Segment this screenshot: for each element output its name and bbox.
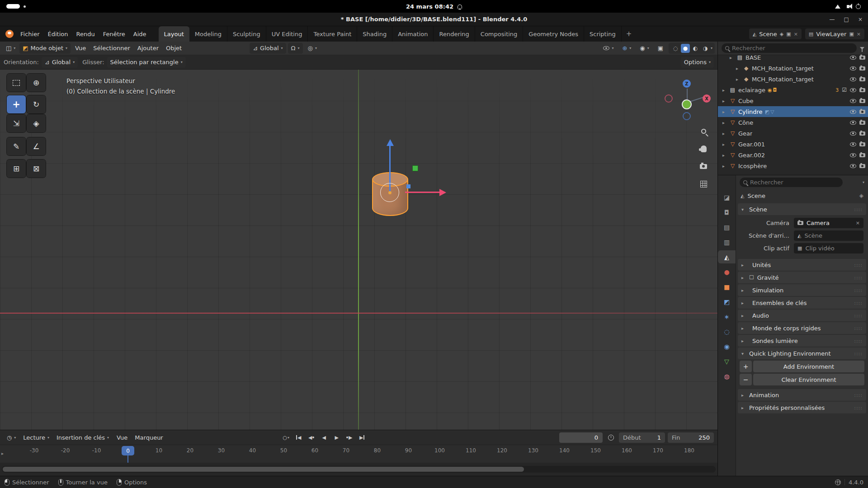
- properties-tab[interactable]: ●: [718, 265, 736, 278]
- properties-tab[interactable]: ◭: [718, 250, 736, 263]
- play-reverse-button[interactable]: ◀: [319, 432, 330, 442]
- expand-chevron-icon[interactable]: ▸: [722, 88, 727, 93]
- properties-tab[interactable]: ◘: [718, 206, 736, 219]
- blender-logo-icon[interactable]: [5, 30, 14, 38]
- hide-in-viewport-icon[interactable]: [850, 153, 856, 157]
- playhead[interactable]: 0: [122, 446, 134, 455]
- 3d-viewport[interactable]: Perspective Utilisateur (0) Collection d…: [0, 70, 717, 430]
- collapsed-panel-header[interactable]: ▸ Ensembles de clés ::::: [738, 297, 866, 309]
- shading-solid-icon[interactable]: ●: [681, 44, 690, 53]
- disable-in-render-icon[interactable]: [859, 66, 865, 70]
- drag-dots-icon[interactable]: ::::: [854, 405, 863, 411]
- use-preview-range-toggle[interactable]: [605, 432, 616, 442]
- xray-toggle[interactable]: ▣: [655, 43, 666, 54]
- clear-camera-icon[interactable]: ×: [856, 220, 860, 226]
- hide-in-viewport-icon[interactable]: [850, 77, 856, 81]
- properties-tab[interactable]: ∗: [718, 310, 736, 323]
- outliner-row[interactable]: ▸ ◆ MCH_Rotation_target: [718, 63, 868, 74]
- disable-in-render-icon[interactable]: [859, 88, 865, 92]
- gizmos-dropdown[interactable]: ⊕ ▾: [619, 43, 634, 54]
- playback-dropdown[interactable]: Lecture ▾: [20, 432, 52, 443]
- expand-chevron-icon[interactable]: ▸: [736, 66, 741, 71]
- snapping-dropdown[interactable]: Ω ▾: [288, 43, 303, 54]
- notifications-bell-icon[interactable]: [458, 5, 462, 9]
- system-clock[interactable]: 24 mars 08:42: [406, 3, 453, 10]
- workspace-tab[interactable]: Animation: [392, 26, 434, 42]
- add-primitive-tool[interactable]: ⊠: [27, 160, 46, 178]
- collapsed-panel-header[interactable]: ▸ Propriétés personnalisées ::::: [738, 402, 866, 413]
- transform-orientation-dropdown[interactable]: ⊿ Global ▾: [250, 43, 286, 54]
- move-tool[interactable]: +: [7, 95, 26, 113]
- gizmo-y-plane-handle[interactable]: [412, 165, 418, 171]
- disable-in-render-icon[interactable]: [859, 121, 865, 125]
- drag-dots-icon[interactable]: ::::: [854, 206, 863, 212]
- scene-selector[interactable]: ◭ Scene ◈ ▣ ×: [749, 28, 802, 39]
- unlink-scene-icon[interactable]: ×: [794, 31, 798, 37]
- hide-in-viewport-icon[interactable]: [850, 66, 856, 70]
- properties-tab[interactable]: ▤: [718, 221, 736, 234]
- drag-mode-dropdown[interactable]: Sélection par rectangle ▾: [107, 57, 186, 68]
- select-box-tool[interactable]: [7, 74, 26, 92]
- add-environment-button[interactable]: Add Environment: [753, 361, 864, 372]
- hide-in-viewport-icon[interactable]: [850, 131, 856, 136]
- expand-chevron-icon[interactable]: ▸: [736, 77, 741, 82]
- visibility-dropdown[interactable]: ▾: [600, 43, 617, 54]
- gizmo-x-axis-handle[interactable]: [405, 192, 440, 193]
- timeline-ruler[interactable]: -30-20-100102030405060708090100110120130…: [0, 445, 717, 463]
- properties-tab[interactable]: ◉: [718, 340, 736, 353]
- timeline-scrollbar-thumb[interactable]: [3, 467, 524, 472]
- timeline-menu-item[interactable]: Marqueur: [131, 432, 166, 443]
- outliner-row[interactable]: ▸ ▤ BASE: [718, 52, 868, 63]
- hide-in-viewport-icon[interactable]: [850, 164, 856, 168]
- close-icon[interactable]: ×: [858, 16, 863, 23]
- shading-wireframe-icon[interactable]: ◌: [671, 44, 680, 53]
- outliner-search-input[interactable]: [732, 45, 853, 52]
- properties-tab[interactable]: ◪: [718, 191, 736, 204]
- viewport-menu-item[interactable]: Sélectionner: [90, 43, 134, 54]
- power-icon[interactable]: [856, 4, 861, 9]
- frame-start-field[interactable]: Début 1: [619, 432, 665, 443]
- background-scene-field[interactable]: ◭ Scène: [794, 230, 863, 241]
- expand-chevron-icon[interactable]: ▸: [722, 109, 727, 114]
- workspace-tab[interactable]: Geometry Nodes: [523, 26, 584, 42]
- collapsed-panel-header[interactable]: ▸ Simulation ::::: [738, 284, 866, 296]
- outliner-search[interactable]: [722, 43, 857, 53]
- mode-dropdown[interactable]: ◩ Mode objet ▾: [19, 43, 71, 54]
- qle-plus-button[interactable]: +: [740, 361, 752, 372]
- expand-chevron-icon[interactable]: ▸: [722, 131, 727, 136]
- expand-chevron-icon[interactable]: ▸: [722, 120, 727, 125]
- pan-button[interactable]: [697, 142, 710, 155]
- proportional-editing-dropdown[interactable]: ◎ ▾: [305, 43, 320, 54]
- disable-in-render-icon[interactable]: [859, 164, 865, 168]
- menu-item[interactable]: Aide: [129, 26, 151, 42]
- scale-tool[interactable]: ⇲: [7, 114, 26, 132]
- collapsed-panel-header[interactable]: ▸ Monde de corps rigides ::::: [738, 322, 866, 334]
- hide-in-viewport-icon[interactable]: [850, 88, 856, 92]
- properties-tab[interactable]: ◌: [718, 325, 736, 338]
- disable-in-render-icon[interactable]: [859, 153, 865, 157]
- options-dropdown[interactable]: Options ▾: [681, 57, 714, 68]
- hide-in-viewport-icon[interactable]: [850, 99, 856, 103]
- play-button[interactable]: ▶: [331, 432, 342, 442]
- workspace-tab[interactable]: Rendering: [434, 26, 475, 42]
- drag-dots-icon[interactable]: ::::: [854, 300, 863, 306]
- object-name[interactable]: eclairage: [738, 87, 765, 94]
- active-clip-field[interactable]: ▦ Clip vidéo: [794, 243, 863, 253]
- scene-panel-header[interactable]: ▾ Scène ::::: [738, 203, 866, 215]
- new-viewlayer-icon[interactable]: ▣: [849, 31, 854, 37]
- workspace-tab[interactable]: Modeling: [189, 26, 227, 42]
- menu-item[interactable]: Fichier: [16, 26, 44, 42]
- nav-axis-x-neg[interactable]: [665, 94, 673, 103]
- measure-tool[interactable]: ∠: [27, 137, 46, 155]
- properties-search-input[interactable]: [750, 179, 839, 186]
- orientation-dropdown[interactable]: ⊿ Global ▾: [42, 57, 78, 68]
- camera-field[interactable]: Camera ×: [794, 218, 863, 228]
- cursor-tool[interactable]: ⊕: [27, 74, 46, 92]
- object-name[interactable]: BASE: [745, 54, 761, 61]
- orthographic-toggle-button[interactable]: [697, 177, 710, 191]
- volume-icon[interactable]: [847, 5, 849, 8]
- collapsed-panel-header[interactable]: ▸ Unités ::::: [738, 259, 866, 271]
- disable-in-render-icon[interactable]: [859, 56, 865, 60]
- qle-panel-header[interactable]: ▾ Quick Lighting Environment ::::: [738, 347, 866, 359]
- drag-dots-icon[interactable]: ::::: [854, 287, 863, 293]
